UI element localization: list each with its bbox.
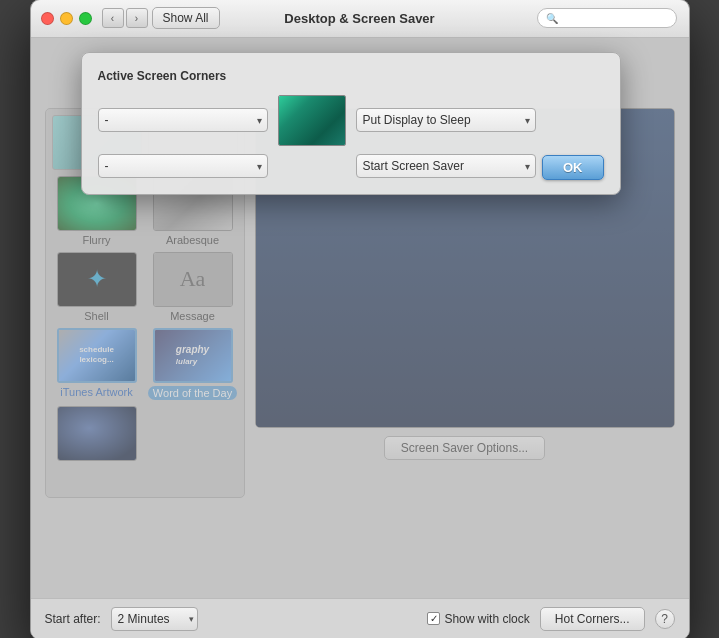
- corner-row-top: - Put Display to Sleep: [98, 95, 604, 146]
- search-icon: 🔍: [546, 13, 558, 24]
- forward-button[interactable]: ›: [126, 8, 148, 28]
- show-clock-text: Show with clock: [444, 612, 529, 626]
- start-after-select[interactable]: 2 Minutes 1 Minute 5 Minutes 10 Minutes …: [111, 607, 198, 631]
- maximize-button[interactable]: [79, 12, 92, 25]
- traffic-lights: [41, 12, 92, 25]
- hot-corners-button[interactable]: Hot Corners...: [540, 607, 645, 631]
- show-clock-checkbox[interactable]: ✓: [427, 612, 440, 625]
- corner-preview-image: [279, 96, 345, 145]
- search-box[interactable]: 🔍: [537, 8, 677, 28]
- bottom-right-select-wrapper: Start Screen Saver: [356, 154, 536, 178]
- corner-dialog: Active Screen Corners -: [81, 52, 621, 195]
- corner-dialog-title: Active Screen Corners: [98, 69, 604, 83]
- top-right-select-wrapper: Put Display to Sleep: [356, 108, 536, 132]
- top-left-select-wrapper: -: [98, 108, 268, 132]
- nav-buttons: ‹ ›: [102, 8, 148, 28]
- start-after-label: Start after:: [45, 612, 101, 626]
- ok-button[interactable]: OK: [542, 155, 604, 180]
- bottom-left-corner-select[interactable]: -: [98, 154, 268, 178]
- corners-overlay: Active Screen Corners -: [31, 38, 689, 598]
- corner-preview-thumb: [278, 95, 346, 146]
- bottom-left-select-wrapper: -: [98, 154, 268, 178]
- top-right-corner-select[interactable]: Put Display to Sleep: [356, 108, 536, 132]
- back-button[interactable]: ‹: [102, 8, 124, 28]
- content-area: Active Screen Corners -: [31, 38, 689, 598]
- minimize-button[interactable]: [60, 12, 73, 25]
- show-clock-label[interactable]: ✓ Show with clock: [427, 612, 529, 626]
- bottom-bar: Start after: 2 Minutes 1 Minute 5 Minute…: [31, 598, 689, 639]
- corner-rows: - Put Display to Sleep: [98, 95, 604, 178]
- show-all-button[interactable]: Show All: [152, 7, 220, 29]
- window-title: Desktop & Screen Saver: [284, 11, 434, 26]
- close-button[interactable]: [41, 12, 54, 25]
- top-left-corner-select[interactable]: -: [98, 108, 268, 132]
- bottom-right-corner-select[interactable]: Start Screen Saver: [356, 154, 536, 178]
- titlebar: ‹ › Show All Desktop & Screen Saver 🔍: [31, 0, 689, 38]
- main-window: ‹ › Show All Desktop & Screen Saver 🔍 Ac…: [30, 0, 690, 638]
- help-button[interactable]: ?: [655, 609, 675, 629]
- corner-row-bottom: - Start Screen Saver: [98, 154, 604, 178]
- start-after-select-wrapper: 2 Minutes 1 Minute 5 Minutes 10 Minutes …: [111, 607, 198, 631]
